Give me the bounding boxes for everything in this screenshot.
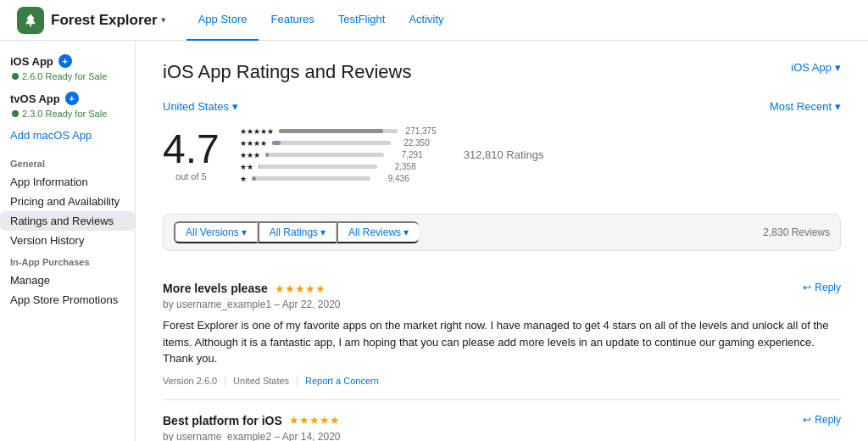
total-ratings: 312,810 Ratings <box>457 148 544 161</box>
reply-label: Reply <box>815 282 841 293</box>
review-count: 2,830 Reviews <box>763 221 830 243</box>
sidebar-item-promotions[interactable]: App Store Promotions <box>0 290 135 310</box>
reply-button[interactable]: ↩ Reply <box>803 414 841 426</box>
star-label: ★★★★ <box>240 139 267 148</box>
main-content: iOS App Ratings and Reviews iOS App ▾ Un… <box>136 41 868 441</box>
ios-app-status-text: 2.6.0 Ready for Sale <box>22 71 107 81</box>
review-title-group: More levels please ★★★★★ <box>163 282 326 295</box>
bar-count: 9,436 <box>376 174 409 183</box>
bar-fill <box>252 176 257 181</box>
version-filter-btn[interactable]: All Versions ▾ <box>174 221 258 243</box>
ios-app-section: iOS App + 2.6.0 Ready for Sale <box>0 54 135 81</box>
review-title: Best platform for iOS <box>163 414 282 427</box>
sidebar-item-manage[interactable]: Manage <box>0 271 135 290</box>
ios-app-label: iOS App <box>10 55 53 68</box>
sort-filter-chevron: ▾ <box>835 100 841 113</box>
rating-filter-chevron: ▾ <box>320 226 326 238</box>
rating-filter-btn[interactable]: All Ratings ▾ <box>258 221 337 243</box>
nav-link-features[interactable]: Features <box>259 0 326 41</box>
review-title-group: Best platform for iOS ★★★★★ <box>163 414 340 427</box>
app-title: Forest Explorer <box>51 12 158 29</box>
nav-links: App Store Features TestFlight Activity <box>186 0 456 41</box>
rating-bar-row: ★★★★ 22,350 <box>240 138 437 148</box>
sidebar-item-ratings[interactable]: Ratings and Reviews <box>0 211 135 231</box>
reply-label: Reply <box>815 414 841 426</box>
review-meta: by username_example2 – Apr 14, 2020 <box>163 431 841 442</box>
filters-row: United States ▾ Most Recent ▾ <box>163 100 841 113</box>
rating-bar-row: ★★★ 7,291 <box>240 150 437 159</box>
filter-group: All Versions ▾ All Ratings ▾ All Reviews… <box>174 221 419 243</box>
sort-filter-label: Most Recent <box>770 100 832 113</box>
type-filter-btn[interactable]: All Reviews ▾ <box>337 221 419 243</box>
bar-track <box>265 153 384 157</box>
layout: iOS App + 2.6.0 Ready for Sale tvOS App … <box>0 41 868 441</box>
reply-button[interactable]: ↩ Reply <box>803 282 841 293</box>
tvos-status-dot <box>12 110 19 117</box>
ios-app-plus-icon[interactable]: + <box>58 54 72 68</box>
review-filters-row: All Versions ▾ All Ratings ▾ All Reviews… <box>163 214 841 251</box>
app-logo <box>17 7 44 34</box>
review-meta: by username_example1 – Apr 22, 2020 <box>163 299 841 310</box>
bar-fill <box>279 129 383 133</box>
star-label: ★ <box>240 175 247 183</box>
tvos-app-status-text: 2.3.0 Ready for Sale <box>22 109 107 119</box>
ios-app-selector-label: iOS App <box>791 61 832 74</box>
bar-fill <box>272 141 281 145</box>
ios-app-selector[interactable]: iOS App ▾ <box>791 61 841 74</box>
app-title-group[interactable]: Forest Explorer ▾ <box>51 12 166 29</box>
footer-sep2: | <box>296 376 298 386</box>
reply-icon: ↩ <box>803 414 811 426</box>
footer-sep: | <box>224 376 226 386</box>
country-filter-label: United States <box>163 100 229 113</box>
review-header: More levels please ★★★★★ ↩ Reply <box>163 282 841 295</box>
review-stars: ★★★★★ <box>275 282 326 295</box>
tvos-app-plus-icon[interactable]: + <box>65 92 79 105</box>
page-header: iOS App Ratings and Reviews iOS App ▾ <box>163 61 841 83</box>
rating-bar-row: ★ 9,436 <box>240 174 437 183</box>
version-filter-chevron: ▾ <box>242 226 247 238</box>
reply-icon: ↩ <box>803 282 811 293</box>
bar-fill <box>259 165 259 169</box>
type-filter-label: All Reviews <box>348 226 401 238</box>
ios-app-status: 2.6.0 Ready for Sale <box>10 71 125 81</box>
bar-track <box>259 165 377 169</box>
review-card: More levels please ★★★★★ ↩ Reply by user… <box>163 268 841 400</box>
add-macos-link[interactable]: Add macOS App <box>0 129 135 142</box>
review-footer: Version 2.6.0 | United States | Report a… <box>163 376 841 386</box>
review-title: More levels please <box>163 282 268 295</box>
ios-app-item[interactable]: iOS App + <box>10 54 125 68</box>
sort-filter-btn[interactable]: Most Recent ▾ <box>770 100 841 113</box>
tvos-app-section: tvOS App + 2.3.0 Ready for Sale <box>0 92 135 119</box>
bar-track <box>252 176 370 181</box>
big-rating: 4.7 out of 5 <box>163 129 220 181</box>
in-app-group-title: In-App Purchases <box>0 250 135 271</box>
general-group-title: General <box>0 152 135 172</box>
rating-filter-label: All Ratings <box>270 226 318 238</box>
country-filter-chevron: ▾ <box>232 100 238 113</box>
type-filter-chevron: ▾ <box>403 226 409 238</box>
tvos-app-label: tvOS App <box>10 92 60 105</box>
sidebar-item-app-info[interactable]: App Information <box>0 172 135 192</box>
sidebar-item-version-history[interactable]: Version History <box>0 231 135 250</box>
rating-bars: ★★★★★ 271,375 ★★★★ 22,350 ★★★ 7,291 ★★ 2… <box>240 126 437 183</box>
report-concern-link[interactable]: Report a Concern <box>305 376 379 386</box>
nav-link-activity[interactable]: Activity <box>397 0 455 41</box>
review-header: Best platform for iOS ★★★★★ ↩ Reply <box>163 414 841 427</box>
rating-bar-row: ★★ 2,358 <box>240 162 437 171</box>
bar-fill <box>265 153 269 157</box>
top-nav: Forest Explorer ▾ App Store Features Tes… <box>0 0 868 41</box>
tvos-app-item[interactable]: tvOS App + <box>10 92 125 105</box>
nav-link-appstore[interactable]: App Store <box>186 0 259 41</box>
sidebar-item-pricing[interactable]: Pricing and Availability <box>0 192 135 211</box>
reviews-list: More levels please ★★★★★ ↩ Reply by user… <box>163 268 841 441</box>
nav-link-testflight[interactable]: TestFlight <box>326 0 398 41</box>
review-card: Best platform for iOS ★★★★★ ↩ Reply by u… <box>163 400 841 442</box>
bar-track <box>272 141 391 145</box>
review-stars: ★★★★★ <box>289 414 340 427</box>
sidebar: iOS App + 2.6.0 Ready for Sale tvOS App … <box>0 41 136 441</box>
chevron-down-icon: ▾ <box>161 14 166 25</box>
bar-track <box>279 129 398 133</box>
country-filter-btn[interactable]: United States ▾ <box>163 100 238 113</box>
review-version: Version 2.6.0 <box>163 376 217 386</box>
bar-count: 2,358 <box>382 162 416 171</box>
